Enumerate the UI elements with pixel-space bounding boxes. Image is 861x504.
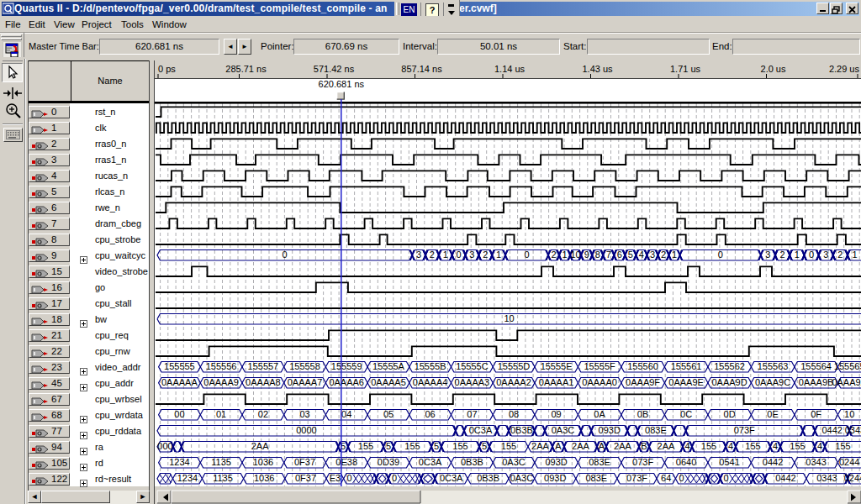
svg-text:093D: 093D (544, 473, 566, 483)
svg-text:155: 155 (835, 441, 850, 451)
svg-text:0C3A: 0C3A (419, 457, 442, 467)
svg-text:02: 02 (258, 409, 268, 419)
svg-text:A: A (555, 441, 562, 451)
svg-text:0343: 0343 (845, 425, 861, 435)
svg-text:0000: 0000 (296, 425, 316, 435)
svg-text:2: 2 (551, 249, 556, 260)
svg-text:1.71 us: 1.71 us (670, 64, 701, 74)
svg-text:1036: 1036 (253, 457, 273, 467)
svg-text:1135: 1135 (211, 457, 231, 467)
svg-text:0244: 0244 (844, 473, 861, 483)
svg-text:155: 155 (790, 441, 805, 451)
svg-text:4: 4 (728, 441, 733, 451)
svg-text:0A3C: 0A3C (552, 425, 575, 435)
svg-text:1.43 us: 1.43 us (582, 64, 613, 74)
svg-text:0AAAA6: 0AAAA6 (329, 377, 364, 387)
svg-text:0AAA9C: 0AAA9C (755, 377, 790, 387)
svg-text:1: 1 (563, 249, 568, 260)
svg-text:03: 03 (299, 409, 309, 419)
svg-text:2: 2 (837, 249, 843, 260)
svg-text:0442: 0442 (775, 473, 795, 483)
svg-text:2AA: 2AA (572, 441, 589, 451)
svg-text:155563: 155563 (758, 361, 789, 371)
svg-text:0C3A: 0C3A (469, 425, 493, 435)
svg-text:0E: 0E (767, 409, 778, 419)
svg-text:2.0 us: 2.0 us (761, 64, 786, 74)
svg-text:15555A: 15555A (372, 361, 405, 371)
svg-text:0AAAAA: 0AAAAA (161, 377, 198, 387)
svg-text:155565: 155565 (834, 361, 861, 371)
svg-text:64: 64 (661, 473, 671, 483)
svg-text:2.29 us: 2.29 us (829, 64, 860, 74)
svg-text:155: 155 (358, 441, 373, 451)
svg-text:04: 04 (341, 409, 351, 419)
svg-text:0B3B: 0B3B (461, 457, 483, 467)
svg-text:155560: 155560 (627, 361, 658, 371)
svg-text:0AAAA3: 0AAAA3 (455, 377, 490, 387)
svg-text:2AA: 2AA (658, 441, 675, 451)
svg-text:155561: 155561 (671, 361, 702, 371)
svg-text:5: 5 (434, 441, 439, 451)
svg-text:083E: 083E (645, 425, 667, 435)
svg-text:1: 1 (496, 249, 501, 260)
svg-text:0541: 0541 (719, 457, 739, 467)
svg-text:0AAAA9: 0AAAA9 (203, 377, 239, 387)
svg-text:083E: 083E (585, 473, 607, 483)
svg-text:10: 10 (844, 409, 854, 419)
svg-text:15555C: 15555C (456, 361, 489, 371)
svg-text:155: 155 (701, 441, 716, 451)
svg-text:155: 155 (452, 441, 467, 451)
svg-text:155555: 155555 (164, 361, 195, 371)
svg-text:155: 155 (745, 441, 760, 451)
svg-text:01: 01 (216, 409, 226, 419)
svg-text:073F: 073F (734, 425, 755, 435)
svg-text:4: 4 (684, 441, 689, 451)
svg-text:155562: 155562 (714, 361, 745, 371)
svg-text:1: 1 (853, 249, 858, 260)
svg-text:093D: 093D (599, 425, 621, 435)
svg-text:0AAAA7: 0AAAA7 (288, 377, 323, 387)
svg-text:571.42 ns: 571.42 ns (314, 64, 355, 74)
svg-text:0AAAA4: 0AAAA4 (413, 377, 448, 387)
svg-text:07: 07 (467, 409, 477, 419)
svg-text:2: 2 (780, 249, 785, 260)
svg-text:E3: E3 (330, 473, 341, 483)
svg-text:3: 3 (823, 249, 828, 260)
svg-text:0F37: 0F37 (294, 457, 315, 467)
svg-text:093D: 093D (545, 457, 567, 467)
svg-text:15555B: 15555B (415, 361, 446, 371)
svg-text:155556: 155556 (206, 361, 237, 371)
svg-text:0: 0 (283, 249, 288, 260)
svg-text:4: 4 (817, 441, 822, 451)
svg-text:0AAAA2: 0AAAA2 (496, 377, 531, 387)
svg-text:2AA: 2AA (531, 441, 549, 451)
svg-text:5: 5 (628, 249, 633, 260)
svg-text:2AA: 2AA (614, 441, 631, 451)
svg-text:7: 7 (606, 249, 611, 260)
svg-text:0: 0 (524, 249, 529, 260)
svg-text:0AAA9A: 0AAA9A (832, 377, 861, 387)
svg-text:155557: 155557 (248, 361, 279, 371)
svg-text:15555F: 15555F (584, 361, 615, 371)
svg-text:0: 0 (724, 473, 729, 483)
svg-text:2: 2 (661, 249, 666, 260)
svg-text:0244: 0244 (839, 457, 859, 467)
svg-text:A: A (599, 441, 605, 451)
svg-text:06: 06 (425, 409, 435, 419)
svg-text:5: 5 (482, 441, 487, 451)
svg-text:155: 155 (404, 441, 420, 451)
svg-text:0: 0 (457, 249, 462, 260)
svg-text:073F: 073F (632, 457, 653, 467)
svg-text:0AAAA0: 0AAAA0 (582, 377, 617, 387)
svg-text:15555D: 15555D (498, 361, 531, 371)
svg-text:155559: 155559 (331, 361, 362, 371)
svg-text:0B3B: 0B3B (510, 425, 533, 435)
svg-text:1: 1 (672, 249, 677, 260)
svg-text:0AAA9D: 0AAA9D (711, 377, 747, 387)
svg-text:0D39: 0D39 (378, 457, 399, 467)
svg-text:3: 3 (650, 249, 655, 260)
svg-text:0B: 0B (637, 409, 648, 419)
svg-text:0A3C: 0A3C (510, 473, 534, 483)
svg-text:4: 4 (639, 249, 644, 260)
svg-text:05: 05 (383, 409, 394, 419)
